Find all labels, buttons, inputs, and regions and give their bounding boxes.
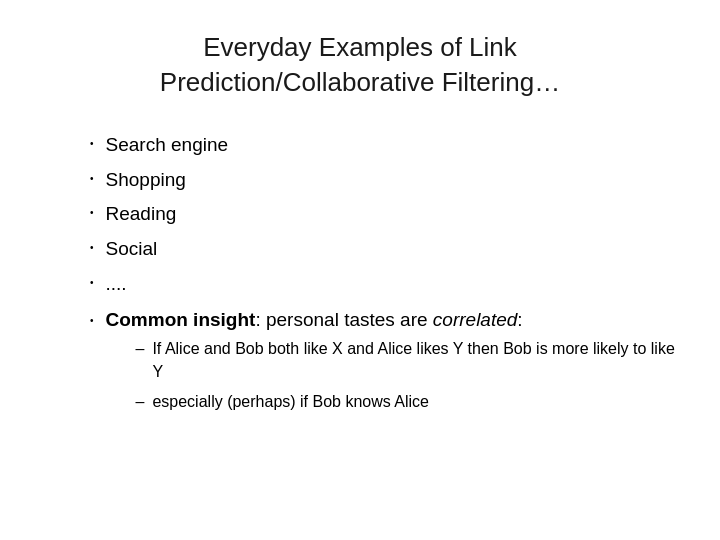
title-line2: Prediction/Collaborative Filtering… bbox=[160, 67, 560, 97]
list-item: – If Alice and Bob both like X and Alice… bbox=[136, 337, 680, 383]
bullet-icon: • bbox=[90, 173, 94, 184]
list-item: • Reading bbox=[90, 201, 680, 228]
bullet-icon: • bbox=[90, 277, 94, 288]
slide-title: Everyday Examples of Link Prediction/Col… bbox=[160, 30, 560, 100]
list-item: – especially (perhaps) if Bob knows Alic… bbox=[136, 390, 680, 413]
common-insight-item: • Common insight: personal tastes are co… bbox=[90, 309, 680, 419]
item-text: Reading bbox=[106, 201, 177, 228]
item-text: Social bbox=[106, 236, 158, 263]
common-insight-text: Common insight: personal tastes are corr… bbox=[106, 309, 680, 419]
list-item: • Social bbox=[90, 236, 680, 263]
item-text: .... bbox=[106, 271, 127, 298]
item-text: Shopping bbox=[106, 167, 186, 194]
common-insight-end: : bbox=[517, 309, 522, 330]
list-item: • Search engine bbox=[90, 132, 680, 159]
list-item: • .... bbox=[90, 271, 680, 298]
common-insight-bold: Common insight bbox=[106, 309, 256, 330]
main-bullet-list: • Search engine • Shopping • Reading • S… bbox=[90, 132, 680, 297]
sub-bullet-list: – If Alice and Bob both like X and Alice… bbox=[136, 337, 680, 413]
sub-item-text: If Alice and Bob both like X and Alice l… bbox=[152, 337, 680, 383]
common-insight-colon: : personal tastes are bbox=[255, 309, 432, 330]
common-insight-italic: correlated bbox=[433, 309, 518, 330]
bullet-icon: • bbox=[90, 315, 94, 326]
list-item: • Shopping bbox=[90, 167, 680, 194]
bullet-icon: • bbox=[90, 207, 94, 218]
dash-icon: – bbox=[136, 390, 145, 413]
bullet-icon: • bbox=[90, 242, 94, 253]
bullet-icon: • bbox=[90, 138, 94, 149]
title-line1: Everyday Examples of Link bbox=[203, 32, 517, 62]
dash-icon: – bbox=[136, 337, 145, 360]
item-text: Search engine bbox=[106, 132, 229, 159]
slide-content: • Search engine • Shopping • Reading • S… bbox=[40, 132, 680, 429]
sub-item-text: especially (perhaps) if Bob knows Alice bbox=[152, 390, 429, 413]
